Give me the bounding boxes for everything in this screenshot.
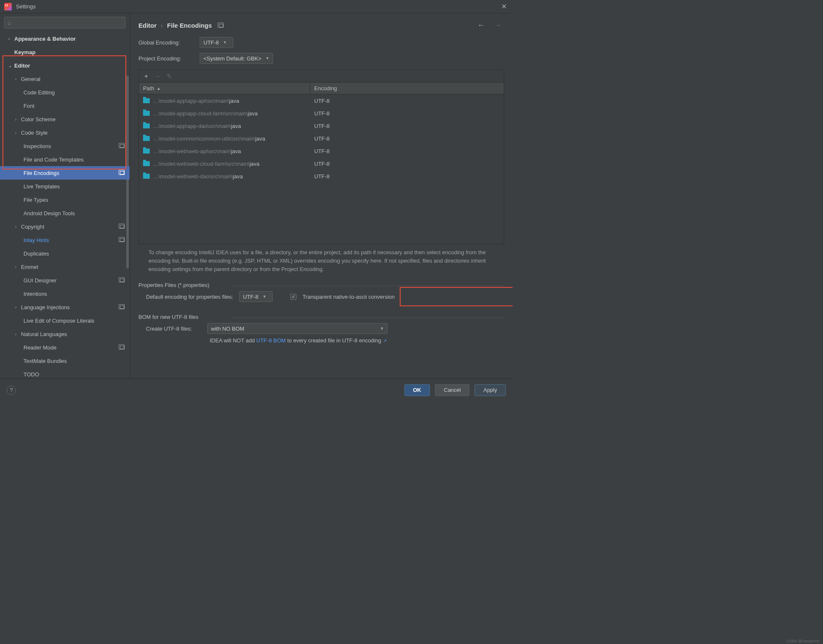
create-utf8-combo[interactable]: with NO BOM ▼ xyxy=(207,323,388,334)
tree-item-label: File and Code Templates xyxy=(23,156,84,163)
help-text: To change encoding IntelliJ IDEA uses fo… xyxy=(138,244,504,279)
encoding-table: ＋ − ✎ Path ▲ Encoding …\model-app\app-ap… xyxy=(138,70,504,244)
tree-item[interactable]: ›Copyright xyxy=(0,220,130,233)
table-row[interactable]: …\model-web\web-dao\src\main\javaUTF-8 xyxy=(139,170,504,183)
global-encoding-value: UTF-8 xyxy=(203,39,219,46)
cancel-button[interactable]: Cancel xyxy=(435,384,469,396)
table-row[interactable]: …\model-web\web-cloud-farm\src\main\java… xyxy=(139,157,504,170)
table-row[interactable]: …\model-app\app-api\src\main\javaUTF-8 xyxy=(139,94,504,107)
encoding-cell[interactable]: UTF-8 xyxy=(310,110,504,117)
column-header-path[interactable]: Path ▲ xyxy=(139,83,310,94)
tree-item-label: Font xyxy=(23,103,34,109)
chevron-down-icon: ▼ xyxy=(266,56,269,60)
tree-item-label: Editor xyxy=(14,63,30,69)
tree-item[interactable]: ⌄Editor xyxy=(0,59,130,72)
ok-button[interactable]: OK xyxy=(404,384,430,396)
nav-forward-icon: → xyxy=(492,21,504,30)
project-scope-icon xyxy=(119,277,125,282)
tree-item-label: Inspections xyxy=(23,143,51,149)
properties-encoding-combo[interactable]: UTF-8 ▼ xyxy=(239,291,273,302)
table-row[interactable]: …\model-app\app-cloud-farm\src\main\java… xyxy=(139,107,504,120)
app-icon xyxy=(4,3,12,10)
tree-item-label: Copyright xyxy=(21,224,44,230)
table-row[interactable]: …\model-web\web-api\src\main\javaUTF-8 xyxy=(139,145,504,157)
tree-item[interactable]: Reader Mode xyxy=(0,341,130,354)
tree-item[interactable]: Inspections xyxy=(0,139,130,153)
tree-item[interactable]: File and Code Templates xyxy=(0,153,130,166)
encoding-cell[interactable]: UTF-8 xyxy=(310,161,504,167)
tree-item[interactable]: ›Natural Languages xyxy=(0,327,130,341)
tree-item-label: GUI Designer xyxy=(23,277,57,284)
sidebar: ⌕ ›Appearance & BehaviorKeymap⌄Editor›Ge… xyxy=(0,13,130,378)
tree-item-label: File Encodings xyxy=(23,170,59,176)
folder-icon xyxy=(143,149,150,154)
transparent-ascii-label[interactable]: Transparent native-to-ascii conversion xyxy=(302,294,395,300)
tree-item[interactable]: Intentions xyxy=(0,287,130,300)
tree-item[interactable]: ›General xyxy=(0,72,130,86)
settings-tree[interactable]: ›Appearance & BehaviorKeymap⌄Editor›Gene… xyxy=(0,32,130,378)
encoding-cell[interactable]: UTF-8 xyxy=(310,148,504,154)
transparent-ascii-checkbox[interactable]: ✓ xyxy=(290,294,297,300)
tree-item[interactable]: TextMate Bundles xyxy=(0,354,130,368)
encoding-cell[interactable]: UTF-8 xyxy=(310,123,504,129)
window-title: Settings xyxy=(16,3,36,10)
column-header-encoding[interactable]: Encoding xyxy=(310,83,504,94)
tree-item-label: Android Design Tools xyxy=(23,210,75,216)
chevron-icon: › xyxy=(15,224,21,229)
chevron-icon: › xyxy=(15,130,21,135)
help-button[interactable]: ? xyxy=(7,386,16,395)
tree-item[interactable]: ›Code Style xyxy=(0,126,130,139)
table-row[interactable]: …\model-app\app-dao\src\main\javaUTF-8 xyxy=(139,120,504,132)
tree-item-label: Language Injections xyxy=(21,304,70,310)
utf8-bom-link[interactable]: UTF-8 BOM xyxy=(256,337,286,344)
project-encoding-label: Project Encoding: xyxy=(138,55,194,62)
breadcrumb-leaf: File Encodings xyxy=(167,22,212,29)
close-icon[interactable]: ✕ xyxy=(500,1,508,12)
search-input[interactable] xyxy=(4,17,125,29)
tree-item[interactable]: Live Edit of Compose Literals xyxy=(0,314,130,327)
breadcrumb-separator: › xyxy=(161,22,163,29)
encoding-cell[interactable]: UTF-8 xyxy=(310,98,504,104)
bom-section-title: BOM for new UTF-8 files xyxy=(138,314,504,320)
project-encoding-combo[interactable]: <System Default: GBK> ▼ xyxy=(200,53,273,64)
tree-item-label: TODO xyxy=(23,371,39,378)
tree-item[interactable]: Code Editing xyxy=(0,86,130,99)
tree-item[interactable]: Android Design Tools xyxy=(0,206,130,220)
tree-item[interactable]: Duplicates xyxy=(0,247,130,260)
tree-item[interactable]: GUI Designer xyxy=(0,274,130,287)
global-encoding-label: Global Encoding: xyxy=(138,39,194,46)
folder-icon xyxy=(143,161,150,166)
tree-item[interactable]: File Types xyxy=(0,193,130,206)
tree-item[interactable]: ›Language Injections xyxy=(0,300,130,314)
tree-item[interactable]: ›Appearance & Behavior xyxy=(0,32,130,45)
tree-item[interactable]: Inlay Hints xyxy=(0,233,130,247)
tree-item-label: General xyxy=(21,76,40,82)
tree-item[interactable]: File Encodings xyxy=(0,166,130,180)
nav-back-icon[interactable]: ← xyxy=(475,21,487,30)
tree-item-label: Inlay Hints xyxy=(23,237,49,243)
tree-item[interactable]: Font xyxy=(0,99,130,112)
remove-button: − xyxy=(156,73,160,80)
add-button[interactable]: ＋ xyxy=(143,72,149,80)
create-utf8-label: Create UTF-8 files: xyxy=(146,326,201,332)
tree-item[interactable]: ›Emmet xyxy=(0,260,130,274)
tree-item-label: TextMate Bundles xyxy=(23,358,67,364)
global-encoding-combo[interactable]: UTF-8 ▼ xyxy=(200,37,233,48)
project-scope-icon xyxy=(119,304,125,309)
tree-item[interactable]: ›Color Scheme xyxy=(0,112,130,126)
apply-button[interactable]: Apply xyxy=(474,384,506,396)
encoding-cell[interactable]: UTF-8 xyxy=(310,173,504,180)
breadcrumb-root[interactable]: Editor xyxy=(138,22,156,29)
project-scope-icon xyxy=(119,224,125,229)
chevron-down-icon: ▼ xyxy=(223,40,227,44)
tree-item-label: Duplicates xyxy=(23,250,49,257)
tree-item-label: Keymap xyxy=(14,49,36,55)
tree-item-label: Code Editing xyxy=(23,89,55,96)
chevron-icon: › xyxy=(15,305,21,310)
tree-item[interactable]: Keymap xyxy=(0,45,130,59)
table-row[interactable]: …\model-common\common-utils\src\main\jav… xyxy=(139,132,504,145)
tree-item[interactable]: Live Templates xyxy=(0,180,130,193)
project-scope-icon xyxy=(119,344,125,349)
encoding-cell[interactable]: UTF-8 xyxy=(310,136,504,142)
tree-item[interactable]: TODO xyxy=(0,368,130,378)
